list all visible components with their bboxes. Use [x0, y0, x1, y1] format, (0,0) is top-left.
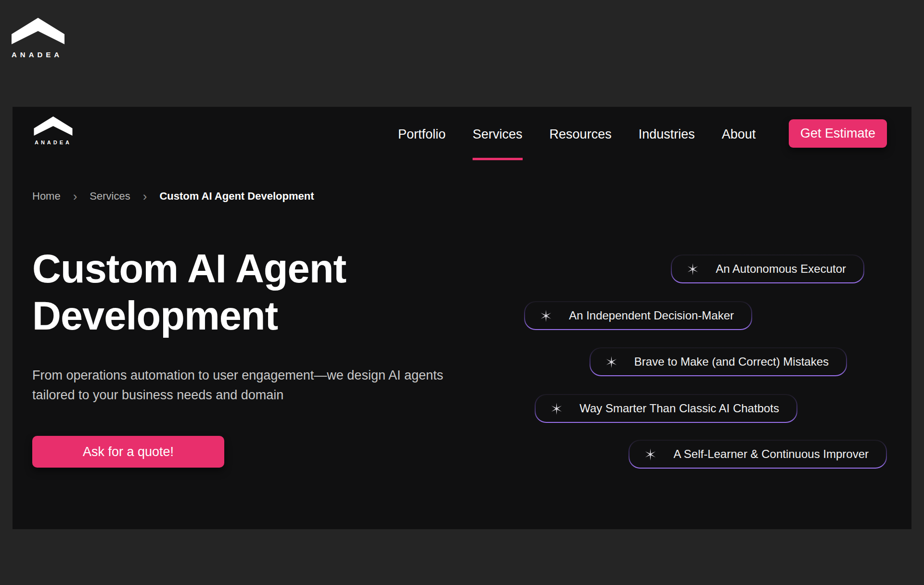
nav-item-about[interactable]: About: [722, 127, 756, 142]
feature-badge-label: A Self-Learner & Continuous Improver: [673, 447, 869, 461]
navbar-anadea-logo[interactable]: ANADEA: [34, 116, 73, 145]
breadcrumb-current: Custom AI Agent Development: [159, 190, 314, 203]
navbar-anadea-logo-text: ANADEA: [34, 140, 73, 145]
sparkle-icon: [605, 356, 618, 369]
anadea-logo-icon: [12, 18, 64, 44]
anadea-logo[interactable]: ANADEA: [12, 18, 65, 59]
breadcrumb-services[interactable]: Services: [90, 190, 130, 203]
nav-item-services[interactable]: Services: [473, 127, 523, 142]
feature-badge: A Self-Learner & Continuous Improver: [629, 440, 887, 469]
page-title-line2: Development: [32, 293, 278, 338]
breadcrumb: Home › Services › Custom AI Agent Develo…: [32, 190, 314, 203]
hero-panel: ANADEA Portfolio Services Resources Indu…: [13, 107, 911, 529]
main-nav: Portfolio Services Resources Industries …: [398, 127, 756, 142]
navbar-anadea-logo-icon: [34, 116, 73, 136]
page-title: Custom AI Agent Development: [32, 245, 346, 340]
page-title-line1: Custom AI Agent: [32, 246, 346, 291]
get-estimate-button[interactable]: Get Estimate: [789, 119, 887, 148]
feature-badge: Brave to Make (and Correct) Mistakes: [590, 347, 847, 376]
feature-badge-label: An Autonomous Executor: [716, 262, 846, 276]
sparkle-icon: [686, 263, 699, 276]
ask-for-quote-button[interactable]: Ask for a quote!: [32, 436, 224, 468]
sparkle-icon: [539, 309, 552, 322]
sparkle-icon: [644, 448, 657, 461]
feature-badge-label: Way Smarter Than Classic AI Chatbots: [579, 402, 779, 415]
feature-badge: An Autonomous Executor: [671, 254, 864, 283]
feature-badge: Way Smarter Than Classic AI Chatbots: [535, 394, 797, 423]
nav-item-resources[interactable]: Resources: [550, 127, 612, 142]
nav-item-portfolio[interactable]: Portfolio: [398, 127, 446, 142]
feature-badge-label: Brave to Make (and Correct) Mistakes: [634, 355, 829, 369]
nav-item-industries[interactable]: Industries: [639, 127, 695, 142]
chevron-right-icon: ›: [143, 191, 147, 202]
breadcrumb-home[interactable]: Home: [32, 190, 61, 203]
anadea-logo-text: ANADEA: [12, 51, 65, 59]
feature-badge: An Independent Decision-Maker: [524, 301, 752, 330]
feature-badge-label: An Independent Decision-Maker: [569, 309, 734, 322]
hero-subtitle: From operations automation to user engag…: [32, 366, 446, 405]
sparkle-icon: [550, 402, 563, 415]
chevron-right-icon: ›: [73, 191, 77, 202]
